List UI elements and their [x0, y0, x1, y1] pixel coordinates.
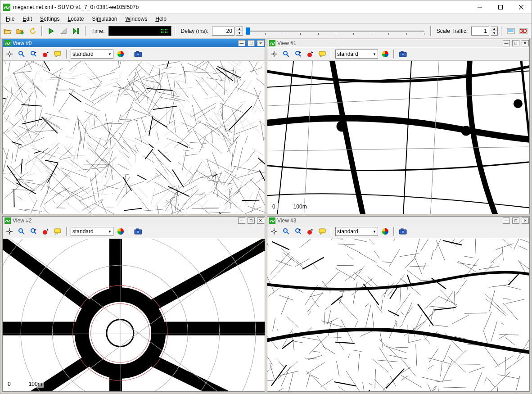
scale-input[interactable] — [471, 27, 489, 36]
menu-locate[interactable]: Locate — [64, 15, 87, 23]
recenter-button[interactable] — [269, 49, 279, 59]
svg-line-82 — [192, 105, 196, 124]
view-titlebar[interactable]: View #1 — □ ✕ — [267, 39, 529, 47]
view-minimize-button[interactable]: — — [503, 40, 510, 46]
svg-line-530 — [164, 126, 178, 136]
svg-line-697 — [287, 317, 298, 327]
view-close-button[interactable]: ✕ — [257, 40, 264, 46]
stop-step-button[interactable] — [59, 26, 69, 36]
recenter-button[interactable] — [269, 226, 279, 236]
svg-line-427 — [105, 207, 114, 208]
view-maximize-button[interactable]: □ — [512, 40, 519, 46]
svg-line-576 — [189, 71, 204, 81]
camera-button[interactable] — [398, 49, 408, 59]
svg-line-60 — [209, 118, 217, 125]
view-titlebar[interactable]: View #3 — □ ✕ — [267, 217, 529, 225]
svg-point-657 — [284, 229, 287, 232]
color-scheme-dropdown[interactable]: standard▼ — [71, 227, 113, 236]
locate-bubble-button[interactable] — [53, 226, 63, 236]
color-pick-button[interactable] — [306, 49, 316, 59]
svg-line-736 — [338, 387, 358, 391]
zoom-button[interactable] — [17, 226, 27, 236]
view-minimize-button[interactable]: — — [238, 217, 245, 224]
color-pick-button[interactable] — [306, 226, 316, 236]
color-pick-button[interactable] — [41, 226, 51, 236]
view-titlebar[interactable]: View #2 — □ ✕ — [3, 217, 265, 225]
svg-line-850 — [415, 239, 419, 257]
svg-line-98 — [122, 189, 131, 198]
view-close-button[interactable]: ✕ — [522, 40, 529, 46]
toolbar-separator — [501, 26, 502, 36]
window-close-button[interactable] — [511, 0, 532, 14]
map-canvas[interactable]: 0100m — [3, 238, 265, 391]
svg-line-156 — [110, 134, 111, 149]
open-button[interactable] — [2, 26, 13, 36]
recenter-button[interactable] — [5, 226, 14, 236]
recenter-button[interactable] — [5, 49, 14, 59]
view-minimize-button[interactable]: — — [238, 40, 245, 46]
view-titlebar[interactable]: View #0 — □ ✕ — [3, 39, 265, 47]
reload-button[interactable] — [27, 26, 38, 36]
map-canvas[interactable]: 0100m — [267, 61, 529, 214]
map-canvas[interactable] — [267, 238, 529, 391]
view-minimize-button[interactable]: — — [503, 217, 510, 224]
zoom-button[interactable] — [281, 49, 291, 59]
zoom-select-button[interactable] — [293, 49, 303, 59]
svg-line-286 — [230, 188, 232, 195]
delay-slider[interactable] — [248, 27, 424, 36]
view-maximize-button[interactable]: □ — [512, 217, 519, 224]
run-button[interactable] — [46, 26, 57, 36]
zoom-button[interactable] — [17, 49, 27, 59]
svg-rect-644 — [136, 229, 139, 230]
zoom-select-button[interactable] — [293, 226, 303, 236]
locate-bubble-button[interactable] — [318, 49, 328, 59]
map-canvas[interactable] — [3, 61, 265, 214]
locate-bubble-button[interactable] — [53, 49, 63, 59]
zoom-button[interactable] — [281, 226, 291, 236]
view-close-button[interactable]: ✕ — [257, 217, 264, 224]
svg-line-867 — [366, 305, 371, 326]
camera-button[interactable] — [133, 226, 143, 236]
scale-spinner[interactable]: ▲▼ — [491, 27, 498, 36]
svg-line-871 — [339, 299, 358, 320]
color-pick-button[interactable] — [41, 49, 51, 59]
color-wheel-button[interactable] — [380, 49, 390, 59]
svg-line-224 — [12, 142, 22, 145]
svg-line-764 — [358, 354, 360, 371]
locate-bubble-button[interactable] — [318, 226, 328, 236]
window-minimize-button[interactable] — [469, 0, 490, 14]
step-button[interactable] — [71, 26, 82, 36]
screenshot-button[interactable] — [505, 26, 516, 36]
svg-line-582 — [224, 117, 238, 127]
svg-line-517 — [244, 80, 252, 93]
menu-file[interactable]: File — [2, 15, 18, 23]
svg-line-616 — [213, 77, 225, 90]
color-wheel-button[interactable] — [116, 226, 126, 236]
svg-line-407 — [35, 156, 56, 175]
delay-spinner[interactable]: ▲▼ — [236, 27, 243, 36]
color-scheme-dropdown[interactable]: standard▼ — [71, 50, 113, 59]
menu-windows[interactable]: Windows — [122, 15, 151, 23]
svg-line-789 — [394, 239, 401, 241]
color-wheel-button[interactable] — [380, 226, 390, 236]
open-network-button[interactable] — [15, 26, 26, 36]
zoom-select-button[interactable] — [29, 226, 39, 236]
zoom-select-button[interactable] — [29, 49, 39, 59]
color-scheme-dropdown[interactable]: standard▼ — [335, 50, 378, 59]
window-maximize-button[interactable] — [490, 0, 511, 14]
view-maximize-button[interactable]: □ — [248, 217, 255, 224]
camera-button[interactable] — [133, 49, 143, 59]
svg-line-473 — [214, 113, 221, 126]
view-maximize-button[interactable]: □ — [248, 40, 255, 46]
delay-input[interactable] — [212, 27, 234, 36]
camera-button[interactable] — [398, 226, 408, 236]
view-close-button[interactable]: ✕ — [522, 217, 529, 224]
menu-settings[interactable]: Settings — [36, 15, 63, 23]
3d-button[interactable]: 3D — [518, 26, 529, 36]
svg-line-823 — [334, 382, 356, 386]
color-scheme-dropdown[interactable]: standard▼ — [335, 227, 378, 236]
menu-help[interactable]: Help — [152, 15, 170, 23]
menu-edit[interactable]: Edit — [19, 15, 36, 23]
color-wheel-button[interactable] — [116, 49, 126, 59]
menu-simulation[interactable]: Simulation — [88, 15, 121, 23]
